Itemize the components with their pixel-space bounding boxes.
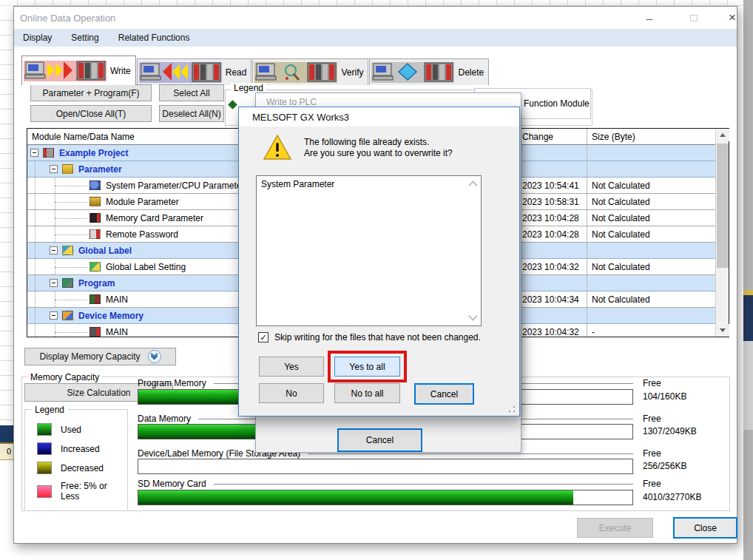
parameter-program-button[interactable]: Parameter + Program(F) bbox=[30, 84, 152, 101]
free-value: 4010/32770KB bbox=[643, 492, 701, 502]
overwrite-dialog-title-bar[interactable]: MELSOFT GX Works3 bbox=[239, 107, 519, 126]
tree-item-label: Memory Card Parameter bbox=[106, 213, 203, 223]
program-main-icon bbox=[90, 294, 101, 304]
screen: 0 Online Data Operation – × DisplaySetti… bbox=[0, 0, 753, 560]
menu-bar: DisplaySettingRelated Functions bbox=[14, 29, 737, 47]
background-right-edge bbox=[743, 0, 753, 560]
parameter-folder-icon bbox=[62, 164, 73, 174]
file-listbox[interactable]: System Parameter bbox=[256, 175, 482, 326]
legend-panel-label: Legend bbox=[231, 83, 266, 93]
background-window-band bbox=[0, 425, 13, 442]
tree-cell-size: Not Calculated bbox=[587, 178, 715, 193]
tab-label: Read bbox=[226, 67, 247, 78]
overwrite-message: The following file already exists.Are yo… bbox=[304, 137, 453, 159]
function-module-label: Function Module bbox=[524, 98, 590, 109]
tree-cell-size: Not Calculated bbox=[587, 194, 715, 209]
expand-collapse-toggle[interactable] bbox=[50, 311, 58, 320]
free-value: 104/160KB bbox=[643, 391, 686, 402]
project-icon bbox=[43, 148, 54, 158]
tree-cell-size: Not Calculated bbox=[587, 291, 715, 307]
no-button[interactable]: No bbox=[259, 383, 324, 403]
tab-strip: WriteReadVerifyDelete bbox=[14, 50, 737, 85]
chevron-double-down-icon bbox=[148, 350, 161, 363]
scroll-down-arrow-icon[interactable] bbox=[716, 324, 729, 337]
file-list-item[interactable]: System Parameter bbox=[257, 176, 481, 192]
minimize-button[interactable]: – bbox=[640, 10, 659, 25]
menu-item-related-functions[interactable]: Related Functions bbox=[118, 33, 190, 43]
tree-item-label: MAIN bbox=[106, 294, 128, 305]
expand-collapse-toggle[interactable] bbox=[50, 165, 58, 173]
tab-read[interactable]: Read bbox=[137, 58, 252, 85]
expand-collapse-toggle[interactable] bbox=[50, 279, 58, 287]
tree-cell-size: Not Calculated bbox=[587, 210, 715, 226]
display-memory-capacity-button[interactable]: Display Memory Capacity bbox=[24, 348, 176, 365]
write-to-plc-cancel-button[interactable]: Cancel bbox=[337, 428, 422, 452]
global-label-setting-icon bbox=[90, 262, 101, 271]
window-title: Online Data Operation bbox=[20, 13, 115, 24]
tab-write[interactable]: Write bbox=[21, 55, 136, 85]
maximize-button[interactable] bbox=[684, 10, 703, 25]
free-heading: Free bbox=[643, 479, 661, 489]
maximize-icon bbox=[690, 15, 698, 21]
tree-cell-size: Not Calculated bbox=[587, 259, 715, 274]
overwrite-confirm-dialog: MELSOFT GX Works3 The following file alr… bbox=[238, 107, 520, 416]
tree-item-label: Global Label Setting bbox=[106, 262, 186, 272]
write-to-plc-title: Write to PLC bbox=[266, 97, 317, 107]
tree-cell-size bbox=[587, 308, 715, 323]
scrollbar-thumb[interactable] bbox=[717, 144, 729, 268]
scroll-up-arrow-icon[interactable] bbox=[716, 129, 729, 141]
tree-item-label: Global Label bbox=[78, 246, 132, 256]
close-window-button[interactable]: × bbox=[723, 10, 742, 25]
tree-item-label: System Parameter/CPU Parameter bbox=[106, 181, 244, 191]
no-to-all-button[interactable]: No to all bbox=[334, 383, 400, 403]
close-icon: × bbox=[729, 10, 736, 25]
memory-bar-device-label-memory-file-storage-area bbox=[138, 459, 633, 474]
tree-item-label: Example Project bbox=[59, 148, 128, 158]
tree-cell-size: - bbox=[587, 324, 715, 337]
tree-cell-size bbox=[587, 275, 715, 291]
tree-item-label: Module Parameter bbox=[106, 197, 179, 207]
background-right-edge-navy bbox=[743, 295, 753, 341]
column-header-size[interactable]: Size (Byte) bbox=[587, 129, 715, 145]
title-bar[interactable]: Online Data Operation – × bbox=[14, 7, 737, 29]
cancel-button[interactable]: Cancel bbox=[414, 383, 474, 405]
program-folder-icon bbox=[62, 278, 73, 288]
expand-collapse-toggle[interactable] bbox=[50, 246, 58, 254]
background-right-edge-accent bbox=[743, 290, 753, 295]
background-spreadsheet-cell: 0 bbox=[0, 442, 13, 460]
free-heading: Free bbox=[643, 414, 661, 424]
global-label-icon bbox=[62, 246, 73, 255]
tree-table-scrollbar[interactable] bbox=[715, 129, 729, 337]
skip-writing-checkbox-row[interactable]: ✓ Skip writing for the files that have n… bbox=[258, 332, 481, 343]
deselect-all-button[interactable]: Deselect All(N) bbox=[159, 105, 224, 122]
menu-item-setting[interactable]: Setting bbox=[71, 33, 98, 43]
resize-grip-icon[interactable] bbox=[508, 405, 516, 413]
tab-verify[interactable]: Verify bbox=[252, 58, 368, 85]
checkbox-checked-icon[interactable]: ✓ bbox=[258, 332, 269, 343]
warning-icon bbox=[263, 134, 292, 163]
tab-label: Verify bbox=[341, 67, 363, 78]
memory-bar-sd-memory-card bbox=[138, 490, 633, 505]
expand-collapse-toggle[interactable] bbox=[30, 149, 38, 157]
tree-item-label: MAIN bbox=[106, 327, 128, 337]
background-right-edge-light bbox=[743, 341, 753, 430]
tree-cell-size bbox=[587, 243, 715, 258]
tab-delete[interactable]: Delete bbox=[369, 58, 489, 85]
device-memory-main-icon bbox=[90, 327, 101, 337]
select-all-button[interactable]: Select All bbox=[159, 84, 224, 101]
execute-button[interactable]: Execute bbox=[577, 518, 653, 538]
memory-bar-fill bbox=[138, 490, 573, 505]
tree-item-label: Remote Password bbox=[106, 229, 178, 240]
overwrite-dialog-title: MELSOFT GX Works3 bbox=[252, 112, 349, 123]
close-button[interactable]: Close bbox=[673, 517, 737, 539]
yes-to-all-button[interactable]: Yes to all bbox=[334, 357, 400, 377]
device-memory-icon bbox=[62, 311, 73, 320]
open-close-all-button[interactable]: Open/Close All(T) bbox=[30, 105, 152, 122]
tree-cell-size: Not Calculated bbox=[587, 226, 715, 242]
yes-button[interactable]: Yes bbox=[259, 357, 324, 377]
free-value: 256/256KB bbox=[643, 461, 686, 471]
listbox-scroll-down-icon[interactable] bbox=[468, 311, 478, 321]
skip-writing-checkbox-label: Skip writing for the files that have not… bbox=[274, 332, 481, 343]
menu-item-display[interactable]: Display bbox=[23, 33, 52, 43]
display-memory-capacity-label: Display Memory Capacity bbox=[39, 351, 140, 362]
